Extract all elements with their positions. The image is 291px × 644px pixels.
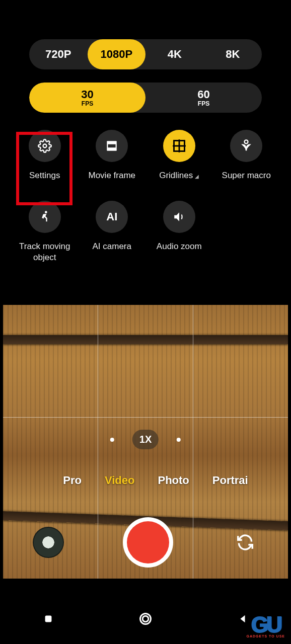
audio-icon: [163, 201, 195, 233]
ai-icon: AI: [96, 201, 128, 233]
settings-button[interactable]: Settings: [11, 130, 79, 181]
gallery-thumbnail[interactable]: [33, 527, 64, 558]
movie-frame-label: Movie frame: [88, 170, 135, 181]
movie-frame-icon: [96, 130, 128, 162]
watermark-logo: GU: [251, 612, 280, 637]
grid-icon: [163, 130, 195, 162]
settings-label: Settings: [29, 170, 60, 181]
svg-point-6: [245, 140, 248, 143]
svg-point-9: [140, 614, 151, 624]
mode-portrait[interactable]: Portrai: [212, 474, 248, 487]
gridlines-button[interactable]: Gridlines◢: [146, 130, 213, 181]
fps-selector: 30 FPS 60 FPS: [29, 83, 262, 113]
fps-60-unit: FPS: [146, 100, 262, 107]
svg-point-10: [142, 616, 149, 622]
audio-zoom-label: Audio zoom: [157, 241, 202, 252]
mode-photo[interactable]: Photo: [158, 474, 189, 487]
submenu-indicator: ◢: [195, 174, 199, 179]
nav-home-button[interactable]: [135, 609, 156, 629]
svg-rect-2: [108, 144, 116, 148]
circle-icon: [138, 612, 153, 626]
super-macro-label: Super macro: [222, 170, 271, 181]
track-icon: [29, 201, 61, 233]
svg-point-7: [45, 211, 47, 214]
nav-recent-button[interactable]: [38, 609, 58, 629]
track-label: Track moving object: [15, 241, 75, 263]
record-icon: [127, 521, 169, 564]
zoom-dot: [110, 438, 114, 442]
resolution-720p[interactable]: 720P: [29, 39, 88, 69]
mode-video[interactable]: Video: [105, 474, 135, 487]
settings-grid: Settings Movie frame Gridlines◢ Super ma…: [11, 130, 280, 263]
fps-30[interactable]: 30 FPS: [29, 83, 146, 113]
fps-60[interactable]: 60 FPS: [146, 83, 262, 113]
movie-frame-button[interactable]: Movie frame: [79, 130, 146, 181]
fps-30-value: 30: [29, 88, 146, 101]
ai-camera-label: AI camera: [93, 241, 131, 252]
viewfinder[interactable]: 1X Pro Video Photo Portrai: [3, 305, 288, 579]
resolution-4k[interactable]: 4K: [146, 39, 204, 69]
macro-icon: [230, 130, 262, 162]
zoom-current[interactable]: 1X: [132, 430, 159, 449]
square-icon: [43, 613, 54, 624]
track-moving-button[interactable]: Track moving object: [11, 201, 79, 263]
svg-point-0: [43, 144, 46, 148]
record-button[interactable]: [123, 517, 173, 568]
camera-controls: [3, 517, 288, 568]
mode-selector[interactable]: Pro Video Photo Portrai: [3, 474, 288, 487]
gridline-horizontal: [3, 417, 288, 418]
resolution-8k[interactable]: 8K: [204, 39, 262, 69]
audio-zoom-button[interactable]: Audio zoom: [146, 201, 213, 263]
zoom-control[interactable]: 1X: [110, 430, 181, 449]
gridlines-label: Gridlines◢: [159, 170, 199, 181]
super-macro-button[interactable]: Super macro: [213, 130, 280, 181]
mode-pro[interactable]: Pro: [63, 474, 82, 487]
watermark-subtitle: GADGETS TO USE: [247, 634, 285, 638]
switch-camera-button[interactable]: [232, 529, 258, 555]
zoom-dot: [177, 438, 181, 442]
svg-rect-8: [45, 616, 52, 622]
fps-60-value: 60: [146, 88, 262, 101]
resolution-1080p[interactable]: 1080P: [88, 39, 146, 69]
resolution-selector: 720P 1080P 4K 8K: [29, 39, 262, 69]
watermark: GU GADGETS TO USE: [247, 612, 285, 638]
ai-camera-button[interactable]: AI AI camera: [79, 201, 146, 263]
fps-30-unit: FPS: [29, 100, 146, 107]
switch-camera-icon: [236, 533, 255, 552]
gear-icon: [29, 130, 61, 162]
camera-options-panel: 720P 1080P 4K 8K 30 FPS 60 FPS Settings …: [3, 0, 288, 278]
